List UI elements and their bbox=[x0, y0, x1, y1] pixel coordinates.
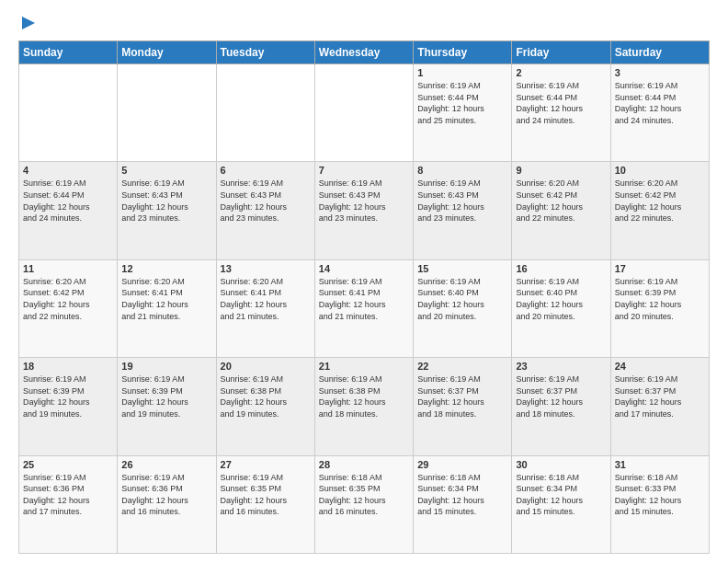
day-detail: Sunrise: 6:18 AM Sunset: 6:34 PM Dayligh… bbox=[516, 472, 606, 518]
calendar-cell: 9Sunrise: 6:20 AM Sunset: 6:42 PM Daylig… bbox=[512, 162, 610, 259]
svg-marker-0 bbox=[22, 17, 35, 29]
day-detail: Sunrise: 6:18 AM Sunset: 6:34 PM Dayligh… bbox=[417, 472, 507, 518]
calendar-cell: 2Sunrise: 6:19 AM Sunset: 6:44 PM Daylig… bbox=[512, 64, 610, 162]
calendar-cell: 11Sunrise: 6:20 AM Sunset: 6:42 PM Dayli… bbox=[19, 259, 118, 357]
calendar-cell bbox=[216, 64, 314, 162]
calendar-cell: 17Sunrise: 6:19 AM Sunset: 6:39 PM Dayli… bbox=[610, 259, 709, 357]
page: SundayMondayTuesdayWednesdayThursdayFrid… bbox=[0, 0, 728, 563]
calendar-cell: 13Sunrise: 6:20 AM Sunset: 6:41 PM Dayli… bbox=[216, 259, 314, 357]
day-number: 5 bbox=[121, 165, 211, 176]
day-detail: Sunrise: 6:18 AM Sunset: 6:35 PM Dayligh… bbox=[319, 472, 409, 518]
logo-flag-icon bbox=[20, 15, 37, 31]
day-number: 4 bbox=[23, 165, 113, 176]
calendar-cell: 27Sunrise: 6:19 AM Sunset: 6:35 PM Dayli… bbox=[216, 455, 314, 553]
day-number: 15 bbox=[417, 263, 507, 274]
calendar-cell: 6Sunrise: 6:19 AM Sunset: 6:43 PM Daylig… bbox=[216, 162, 314, 259]
header-day-thursday: Thursday bbox=[414, 41, 512, 64]
day-detail: Sunrise: 6:19 AM Sunset: 6:43 PM Dayligh… bbox=[319, 178, 409, 224]
calendar-cell: 18Sunrise: 6:19 AM Sunset: 6:39 PM Dayli… bbox=[19, 358, 118, 455]
day-number: 27 bbox=[221, 459, 311, 470]
logo bbox=[18, 15, 37, 31]
calendar-cell: 20Sunrise: 6:19 AM Sunset: 6:38 PM Dayli… bbox=[216, 358, 314, 455]
calendar-header: SundayMondayTuesdayWednesdayThursdayFrid… bbox=[19, 41, 710, 64]
day-number: 14 bbox=[319, 263, 409, 274]
calendar-week-4: 25Sunrise: 6:19 AM Sunset: 6:36 PM Dayli… bbox=[19, 455, 710, 553]
day-detail: Sunrise: 6:19 AM Sunset: 6:36 PM Dayligh… bbox=[23, 472, 113, 518]
day-detail: Sunrise: 6:19 AM Sunset: 6:39 PM Dayligh… bbox=[615, 276, 705, 322]
calendar-week-1: 4Sunrise: 6:19 AM Sunset: 6:44 PM Daylig… bbox=[19, 162, 710, 259]
day-detail: Sunrise: 6:19 AM Sunset: 6:43 PM Dayligh… bbox=[121, 178, 211, 224]
day-detail: Sunrise: 6:19 AM Sunset: 6:44 PM Dayligh… bbox=[23, 178, 113, 224]
calendar-cell: 22Sunrise: 6:19 AM Sunset: 6:37 PM Dayli… bbox=[414, 358, 512, 455]
header bbox=[18, 15, 710, 31]
day-detail: Sunrise: 6:19 AM Sunset: 6:40 PM Dayligh… bbox=[417, 276, 507, 322]
day-detail: Sunrise: 6:19 AM Sunset: 6:43 PM Dayligh… bbox=[221, 178, 311, 224]
day-number: 25 bbox=[23, 459, 113, 470]
calendar-cell: 28Sunrise: 6:18 AM Sunset: 6:35 PM Dayli… bbox=[314, 455, 413, 553]
day-detail: Sunrise: 6:19 AM Sunset: 6:39 PM Dayligh… bbox=[23, 373, 113, 419]
day-detail: Sunrise: 6:19 AM Sunset: 6:38 PM Dayligh… bbox=[221, 373, 311, 419]
day-number: 10 bbox=[615, 165, 705, 176]
day-number: 7 bbox=[319, 165, 409, 176]
day-detail: Sunrise: 6:19 AM Sunset: 6:35 PM Dayligh… bbox=[221, 472, 311, 518]
calendar-cell: 30Sunrise: 6:18 AM Sunset: 6:34 PM Dayli… bbox=[512, 455, 610, 553]
day-detail: Sunrise: 6:19 AM Sunset: 6:44 PM Dayligh… bbox=[516, 80, 606, 126]
header-day-monday: Monday bbox=[118, 41, 216, 64]
day-detail: Sunrise: 6:20 AM Sunset: 6:42 PM Dayligh… bbox=[516, 178, 606, 224]
day-detail: Sunrise: 6:20 AM Sunset: 6:41 PM Dayligh… bbox=[221, 276, 311, 322]
day-number: 28 bbox=[319, 459, 409, 470]
calendar-cell: 24Sunrise: 6:19 AM Sunset: 6:37 PM Dayli… bbox=[610, 358, 709, 455]
day-detail: Sunrise: 6:19 AM Sunset: 6:40 PM Dayligh… bbox=[516, 276, 606, 322]
header-day-sunday: Sunday bbox=[19, 41, 118, 64]
day-number: 3 bbox=[615, 67, 705, 78]
day-number: 23 bbox=[516, 361, 606, 372]
day-number: 16 bbox=[516, 263, 606, 274]
header-day-wednesday: Wednesday bbox=[314, 41, 413, 64]
header-day-friday: Friday bbox=[512, 41, 610, 64]
day-number: 17 bbox=[615, 263, 705, 274]
day-number: 8 bbox=[417, 165, 507, 176]
day-detail: Sunrise: 6:20 AM Sunset: 6:41 PM Dayligh… bbox=[121, 276, 211, 322]
day-number: 21 bbox=[319, 361, 409, 372]
calendar-cell: 10Sunrise: 6:20 AM Sunset: 6:42 PM Dayli… bbox=[610, 162, 709, 259]
header-row: SundayMondayTuesdayWednesdayThursdayFrid… bbox=[19, 41, 710, 64]
day-detail: Sunrise: 6:20 AM Sunset: 6:42 PM Dayligh… bbox=[615, 178, 705, 224]
day-number: 29 bbox=[417, 459, 507, 470]
header-day-saturday: Saturday bbox=[610, 41, 709, 64]
calendar-cell: 8Sunrise: 6:19 AM Sunset: 6:43 PM Daylig… bbox=[414, 162, 512, 259]
day-number: 9 bbox=[516, 165, 606, 176]
calendar-week-0: 1Sunrise: 6:19 AM Sunset: 6:44 PM Daylig… bbox=[19, 64, 710, 162]
calendar-cell: 15Sunrise: 6:19 AM Sunset: 6:40 PM Dayli… bbox=[414, 259, 512, 357]
calendar: SundayMondayTuesdayWednesdayThursdayFrid… bbox=[18, 40, 710, 554]
calendar-cell: 5Sunrise: 6:19 AM Sunset: 6:43 PM Daylig… bbox=[118, 162, 216, 259]
calendar-cell: 29Sunrise: 6:18 AM Sunset: 6:34 PM Dayli… bbox=[414, 455, 512, 553]
day-number: 20 bbox=[221, 361, 311, 372]
calendar-body: 1Sunrise: 6:19 AM Sunset: 6:44 PM Daylig… bbox=[19, 64, 710, 554]
calendar-cell bbox=[19, 64, 118, 162]
calendar-cell: 4Sunrise: 6:19 AM Sunset: 6:44 PM Daylig… bbox=[19, 162, 118, 259]
day-number: 13 bbox=[221, 263, 311, 274]
day-number: 24 bbox=[615, 361, 705, 372]
day-detail: Sunrise: 6:19 AM Sunset: 6:41 PM Dayligh… bbox=[319, 276, 409, 322]
calendar-cell: 14Sunrise: 6:19 AM Sunset: 6:41 PM Dayli… bbox=[314, 259, 413, 357]
day-detail: Sunrise: 6:18 AM Sunset: 6:33 PM Dayligh… bbox=[615, 472, 705, 518]
day-number: 31 bbox=[615, 459, 705, 470]
calendar-cell: 7Sunrise: 6:19 AM Sunset: 6:43 PM Daylig… bbox=[314, 162, 413, 259]
day-detail: Sunrise: 6:20 AM Sunset: 6:42 PM Dayligh… bbox=[23, 276, 113, 322]
calendar-week-2: 11Sunrise: 6:20 AM Sunset: 6:42 PM Dayli… bbox=[19, 259, 710, 357]
day-number: 11 bbox=[23, 263, 113, 274]
calendar-cell: 25Sunrise: 6:19 AM Sunset: 6:36 PM Dayli… bbox=[19, 455, 118, 553]
day-number: 12 bbox=[121, 263, 211, 274]
day-number: 19 bbox=[121, 361, 211, 372]
day-number: 22 bbox=[417, 361, 507, 372]
day-number: 1 bbox=[417, 67, 507, 78]
calendar-cell: 1Sunrise: 6:19 AM Sunset: 6:44 PM Daylig… bbox=[414, 64, 512, 162]
calendar-cell bbox=[118, 64, 216, 162]
day-detail: Sunrise: 6:19 AM Sunset: 6:38 PM Dayligh… bbox=[319, 373, 409, 419]
day-detail: Sunrise: 6:19 AM Sunset: 6:43 PM Dayligh… bbox=[417, 178, 507, 224]
calendar-cell: 31Sunrise: 6:18 AM Sunset: 6:33 PM Dayli… bbox=[610, 455, 709, 553]
day-detail: Sunrise: 6:19 AM Sunset: 6:36 PM Dayligh… bbox=[121, 472, 211, 518]
day-detail: Sunrise: 6:19 AM Sunset: 6:37 PM Dayligh… bbox=[417, 373, 507, 419]
day-number: 6 bbox=[221, 165, 311, 176]
calendar-cell: 23Sunrise: 6:19 AM Sunset: 6:37 PM Dayli… bbox=[512, 358, 610, 455]
